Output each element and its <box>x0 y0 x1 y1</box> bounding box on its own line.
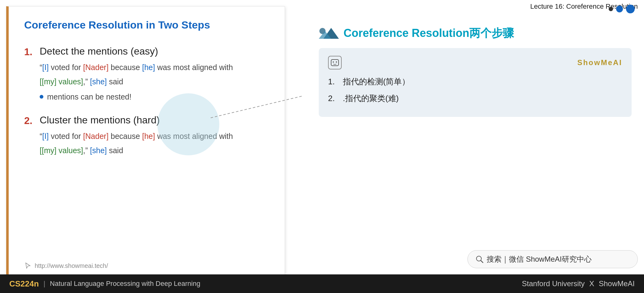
showmeai-brand: ShowMeAI <box>577 58 622 67</box>
bottom-bar: CS224n | Natural Language Processing wit… <box>0 274 644 293</box>
circle-decoration <box>157 93 219 155</box>
card-item-2: 2. .指代的聚类(难) <box>328 92 622 104</box>
slide-title: Coreference Resolution in Two Steps <box>24 19 269 31</box>
right-panel-title-row: Coreference Resolution两个步骤 <box>319 25 632 42</box>
item1-heading: Detect the mentions (easy) <box>40 43 269 59</box>
highlight-my-values-1: [[my] values] <box>40 77 83 86</box>
item2-quote2: [[my] values],” [she] said <box>40 145 269 157</box>
highlight-my-values-2: [[my] values] <box>40 146 83 155</box>
highlight-he-2: [he] <box>142 132 155 140</box>
stanford-text: Stanford University <box>522 279 585 288</box>
search-label: 搜索｜微信 ShowMeAI研究中心 <box>487 254 592 264</box>
highlight-she-2: [she] <box>90 146 107 155</box>
right-panel: Coreference Resolution两个步骤 ShowMeAI 1. 指… <box>313 6 638 123</box>
item1-quote1: “[I] voted for [Nader] because [he] was … <box>40 62 269 73</box>
right-panel-title: Coreference Resolution两个步骤 <box>344 26 514 41</box>
highlight-I-2: [I] <box>42 132 49 140</box>
cursor-icon <box>24 262 32 269</box>
slide-item-1: 1. Detect the mentions (easy) “[I] voted… <box>24 43 269 103</box>
x-mark: X <box>589 279 596 288</box>
bottom-left: CS224n | Natural Language Processing wit… <box>9 279 200 289</box>
card-header: ShowMeAI <box>328 56 622 69</box>
slide-panel: Coreference Resolution in Two Steps 1. D… <box>6 6 285 276</box>
bullet-dot-icon <box>40 95 43 99</box>
translation-card: ShowMeAI 1. 指代的检测(简单） 2. .指代的聚类(难) <box>319 48 632 117</box>
course-title: Natural Language Processing with Deep Le… <box>50 280 200 288</box>
ai-icon <box>328 56 342 69</box>
item2-quote1: “[I] voted for [Nader] because [he] was … <box>40 131 269 142</box>
item1-bullet: mentions can be nested! <box>40 91 269 103</box>
card-item-1: 1. 指代的检测(简单） <box>328 76 622 88</box>
highlight-Nader-1: [Nader] <box>83 63 108 72</box>
ai-face-icon <box>331 58 339 67</box>
item1-quote2: [[my] values],” [she] said <box>40 76 269 88</box>
slide-footer: http://www.showmeai.tech/ <box>24 262 108 269</box>
slide-content: 1. Detect the mentions (easy) “[I] voted… <box>24 43 269 156</box>
highlight-she-1: [she] <box>90 77 107 86</box>
footer-url: http://www.showmeai.tech/ <box>35 262 108 269</box>
search-box[interactable]: 搜索｜微信 ShowMeAI研究中心 <box>467 250 638 268</box>
item1-number: 1. <box>24 44 40 60</box>
highlight-I-1: [I] <box>42 63 49 72</box>
bottom-separator: | <box>43 280 45 288</box>
svg-point-5 <box>333 61 334 63</box>
cs224n-label: CS224n <box>9 279 39 289</box>
item2-content: Cluster the mentions (hard) “[I] voted f… <box>40 112 269 156</box>
highlight-Nader-2: [Nader] <box>83 132 108 140</box>
slide-item-2: 2. Cluster the mentions (hard) “[I] vote… <box>24 112 269 156</box>
svg-line-8 <box>481 260 483 263</box>
mountain-icon <box>319 25 339 42</box>
svg-rect-4 <box>331 60 339 66</box>
item2-number: 2. <box>24 113 40 129</box>
item2-heading: Cluster the mentions (hard) <box>40 112 269 128</box>
svg-point-6 <box>336 61 337 63</box>
bottom-right: Stanford University X ShowMeAI <box>522 279 635 288</box>
showmeai-bottom: ShowMeAI <box>599 279 635 288</box>
item1-content: Detect the mentions (easy) “[I] voted fo… <box>40 43 269 103</box>
item1-bullet-text: mentions can be nested! <box>47 91 131 103</box>
search-icon <box>475 255 484 263</box>
highlight-he-1: [he] <box>142 63 155 72</box>
